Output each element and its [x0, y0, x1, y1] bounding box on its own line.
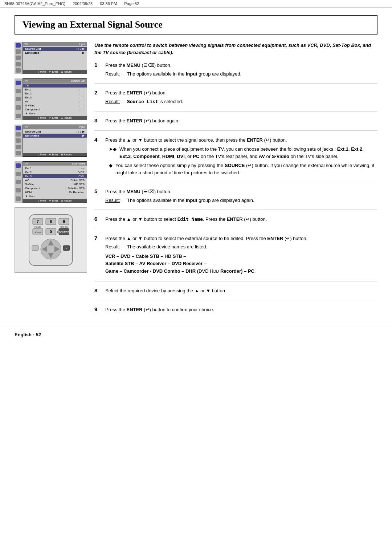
svg-text:P.SIZE: P.SIZE [34, 226, 41, 228]
tv-panel-4: TV Edit Name Ext.1: ---- Ext.2: VCR E [15, 161, 87, 203]
tv-icon-3-4 [16, 145, 21, 149]
footer-text: English - 52 [15, 332, 41, 337]
step-6: 6 Press the ▲ or ▼ button to select Edit… [94, 216, 377, 223]
step-2: 2 Press the ENTER (↵) button. Result: So… [94, 89, 377, 105]
panel2-header-right: Source List [71, 79, 85, 82]
panel3-row-source: Source List : TV ▶ [23, 130, 87, 134]
tv-icon-5 [16, 68, 21, 73]
step-1-num: 1 [94, 62, 102, 77]
panel2-row-component: Component: ---- [23, 107, 87, 111]
step-3: 3 Press the ENTER (↵) button again. [94, 117, 377, 125]
step-9: 9 Press the ENTER (↵) button to confirm … [94, 306, 377, 313]
panel4-header-right: Edit Name [72, 162, 85, 165]
tv-icon-3-3 [16, 138, 21, 143]
page-title-box: Viewing an External Signal Source [15, 15, 377, 34]
step-3-content: Press the ENTER (↵) button again. [105, 117, 377, 125]
tv-icon-2 [16, 49, 21, 54]
tv-icon-4-3 [16, 180, 21, 184]
step-8-content: Select the required device by pressing t… [105, 287, 377, 295]
panel4-row-component: Component: Satellite STB [23, 186, 87, 190]
panel3-row-edit: Edit Name ▶ [23, 134, 87, 138]
step-9-content: Press the ENTER (↵) button to confirm yo… [105, 306, 377, 313]
panel4-row-ext1: Ext.1: ---- [23, 166, 87, 170]
header-page: Page 52 [124, 1, 139, 6]
panel2-row-ext3: Ext.3: ---- [23, 96, 87, 100]
tv-icon-4-1 [16, 163, 21, 168]
panel2-row-ext1: Ext.1: ---- [23, 88, 87, 92]
step-1: 1 Press the MENU (☰⌫) button. Result: Th… [94, 62, 377, 77]
tv-icon-3-5 [16, 151, 21, 155]
svg-text:SOURCE: SOURCE [58, 231, 69, 234]
panel2-row-av: AV: ---- [23, 100, 87, 103]
panel2-footer: ↕ Move↵ Enter☰ Return [23, 116, 87, 120]
step-6-content: Press the ▲ or ▼ button to select Edit N… [105, 216, 377, 223]
svg-text:0: 0 [50, 230, 52, 234]
step-2-num: 2 [94, 89, 102, 105]
tv-icon-2-1 [16, 81, 21, 85]
step-2-result-label: Result: [105, 98, 123, 106]
panel4-row-av: AV: Cable STB [23, 178, 87, 182]
intro-text: Use the remote control to switch between… [94, 42, 377, 56]
step-1-result-text: The options available in the Input group… [127, 70, 241, 78]
tv-panel-2: TV Source List TV Ext.1: ---- [15, 78, 87, 120]
tv-icon-4-4 [16, 188, 21, 192]
step-7-result-label: Result: [105, 243, 123, 251]
svg-text:9: 9 [63, 220, 65, 224]
panel4-row-hdmi: HDMI: AV Receiver [23, 190, 87, 194]
step-1-content: Press the MENU (☰⌫) button. Result: The … [105, 62, 377, 77]
tv-panel-1: TV Input Source List : TV ▶ Edit Name ▶ [15, 42, 87, 74]
step-8: 8 Select the required device by pressing… [94, 287, 377, 295]
svg-text:PRE.CH: PRE.CH [60, 226, 68, 228]
panel4-row-ext2: Ext.2: VCR [23, 170, 87, 174]
tv-icon-4 [16, 62, 21, 66]
step-5-result-text: The options available in the Input group… [127, 197, 254, 204]
panel4-header-left: TV [24, 162, 28, 165]
svg-text:↵: ↵ [66, 247, 68, 249]
step-7-content: Press the ▲ or ▼ button to select the ex… [105, 235, 377, 275]
step-5-num: 5 [94, 188, 102, 204]
panel4-row-ext3: Ext.3 DVD [23, 174, 87, 178]
step-7-result-text: The available device names are listed. [127, 243, 207, 251]
step-3-num: 3 [94, 117, 102, 125]
tv-icon-4-2 [16, 172, 21, 176]
svg-text:7: 7 [37, 220, 39, 224]
panel2-row-svideo: S-Video: ---- [23, 103, 87, 107]
header-time: 03:56 PM [100, 1, 117, 6]
tv-icon-2-2 [16, 89, 21, 93]
step-6-num: 6 [94, 216, 102, 223]
panel1-footer: ↕ Move↵ Enter☰ Return [23, 70, 87, 74]
header-date: 2004/08/23 [73, 1, 93, 6]
header-filename: BN68-00746A(GAIA2_Euro_ENG) [4, 1, 65, 6]
step-7-num: 7 [94, 235, 102, 275]
step-2-content: Press the ENTER (↵) button. Result: Sour… [105, 89, 377, 105]
svg-text:MUTE: MUTE [35, 231, 41, 234]
tv-icon-3-1 [16, 126, 21, 130]
right-column: Use the remote control to switch between… [94, 42, 377, 313]
header-bar: BN68-00746A(GAIA2_Euro_ENG) 2004/08/23 0… [0, 0, 392, 8]
remote-illustration: 7 8 9 P.SIZE PRE.CH 0 P SOURCE [15, 207, 87, 273]
panel2-row-tv: TV [23, 84, 87, 88]
step-7: 7 Press the ▲ or ▼ button to select the … [94, 235, 377, 275]
panel2-more: ▼ More [23, 111, 87, 115]
left-column: TV Input Source List : TV ▶ Edit Name ▶ [15, 42, 87, 313]
step-5-content: Press the MENU (☰⌫) button. Result: The … [105, 188, 377, 204]
step-4-bullet-1: ➤◆ When you connect a piece of equipment… [109, 146, 377, 160]
panel2-header-left: TV [24, 79, 28, 82]
panel4-footer: ↕ Move↵ Enter☰ Return [23, 199, 87, 203]
step-1-result-label: Result: [105, 70, 123, 78]
panel3-header-right: Input [79, 125, 85, 129]
panel4-more: ▼ More [23, 194, 87, 198]
tv-icon-2-3 [16, 97, 21, 101]
tv-panel-3: TV Input Source List : TV ▶ Edit Name ▶ [15, 125, 87, 157]
tv-icon-3-2 [16, 132, 21, 137]
panel1-row-edit: Edit Name ▶ [23, 51, 87, 55]
tv-icon-2-4 [16, 105, 21, 110]
panel1-header-right: Input [79, 42, 85, 46]
panel1-header-left: TV [24, 42, 28, 46]
panel3-footer: ↕ Move↵ Enter☰ Return [23, 153, 87, 157]
svg-point-21 [47, 245, 54, 253]
step-4-bullet-2: ◆ You can select these options simply by… [109, 162, 377, 176]
step-5-result-label: Result: [105, 197, 123, 204]
panel4-row-svideo: S-Video: HD STB [23, 182, 87, 186]
tv-icon-1 [16, 43, 21, 48]
